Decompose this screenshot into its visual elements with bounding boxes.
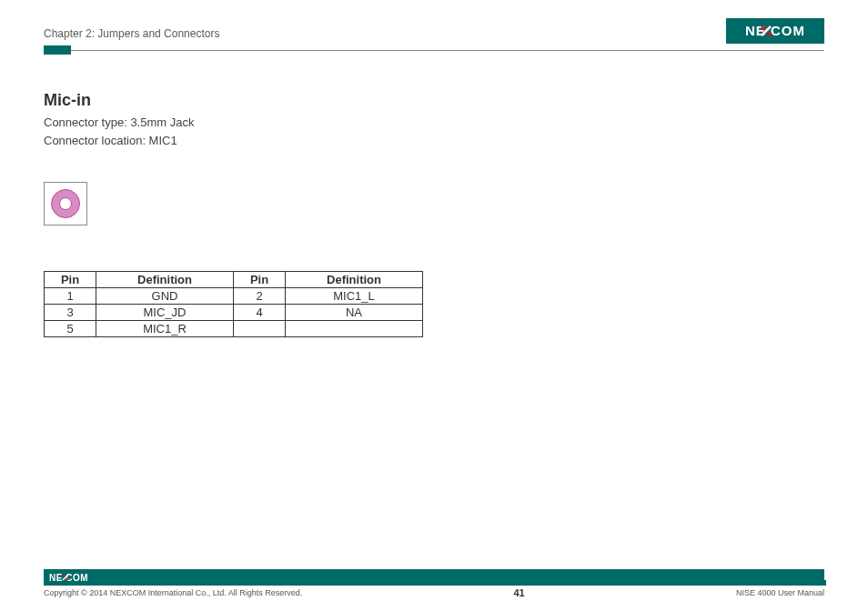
cell-def: MIC1_L — [286, 288, 423, 305]
table-row: 5 MIC1_R — [45, 321, 423, 337]
connector-meta: Connector type: 3.5mm Jack Connector loc… — [44, 114, 824, 149]
page-footer: NE COM Copyright © 2014 NEXCOM Internati… — [44, 569, 824, 598]
connector-type: Connector type: 3.5mm Jack — [44, 114, 824, 132]
cell-pin: 3 — [45, 305, 96, 321]
mic-jack-diagram — [44, 182, 87, 225]
connector-location: Connector location: MIC1 — [44, 132, 824, 150]
nexcom-logo-icon: NE COM — [732, 22, 819, 40]
svg-text:NE COM: NE COM — [49, 573, 88, 583]
jack-outer-circle-icon — [51, 189, 80, 218]
footer-bar: NE COM — [44, 569, 824, 586]
header-pin: Pin — [45, 272, 96, 288]
cell-pin: 1 — [45, 288, 96, 305]
nexcom-footer-logo-icon: NE COM — [49, 572, 107, 583]
header-separator — [44, 45, 824, 55]
pin-definition-table: Pin Definition Pin Definition 1 GND 2 MI… — [44, 271, 423, 337]
svg-text:NE COM: NE COM — [745, 23, 805, 38]
section-title: Mic-in — [44, 91, 824, 110]
cell-pin: 5 — [45, 321, 96, 337]
header-pin: Pin — [234, 272, 286, 288]
page-number: 41 — [513, 587, 524, 598]
jack-inner-circle-icon — [59, 197, 72, 210]
manual-name: NISE 4000 User Manual — [736, 588, 824, 597]
footer-row: Copyright © 2014 NEXCOM International Co… — [44, 587, 824, 598]
chapter-title: Chapter 2: Jumpers and Connectors — [44, 27, 219, 44]
cell-def: NA — [286, 305, 423, 321]
page-header: Chapter 2: Jumpers and Connectors NE COM — [44, 18, 824, 44]
cell-pin: 4 — [234, 305, 286, 321]
cell-def: MIC1_R — [96, 321, 234, 337]
cell-pin — [234, 321, 286, 337]
main-content: Mic-in Connector type: 3.5mm Jack Connec… — [44, 91, 824, 337]
cell-def — [286, 321, 423, 337]
header-def: Definition — [96, 272, 234, 288]
table-row: 1 GND 2 MIC1_L — [45, 288, 423, 305]
copyright-text: Copyright © 2014 NEXCOM International Co… — [44, 588, 302, 597]
brand-logo: NE COM — [726, 18, 824, 44]
cell-pin: 2 — [234, 288, 286, 305]
header-def: Definition — [286, 272, 423, 288]
table-row: 3 MIC_JD 4 NA — [45, 305, 423, 321]
cell-def: GND — [96, 288, 234, 305]
footer-decor-icon — [810, 569, 826, 586]
cell-def: MIC_JD — [96, 305, 234, 321]
table-header-row: Pin Definition Pin Definition — [45, 272, 423, 288]
